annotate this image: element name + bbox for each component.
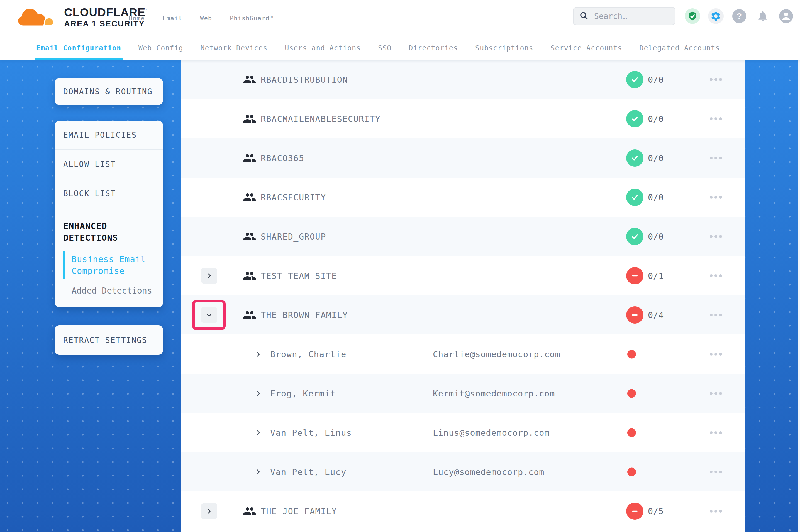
group-icon	[243, 505, 256, 518]
member-expand-chevron[interactable]	[255, 429, 262, 436]
sidebar-card-domains-routing[interactable]: DOMAINS & ROUTING	[55, 78, 163, 105]
group-name: RBACMAILENABLESECURITY	[261, 114, 381, 124]
group-icon	[243, 73, 256, 86]
row-menu-button[interactable]	[710, 196, 722, 199]
block-list-label: BLOCK LIST	[63, 189, 116, 198]
content-area: DOMAINS & ROUTING EMAIL POLICIES ALLOW L…	[0, 60, 800, 532]
group-icon	[243, 191, 256, 204]
member-email: Lucy@somedemocorp.com	[433, 467, 544, 477]
nav-phishguard[interactable]: PhishGuard™	[230, 15, 274, 22]
member-row: Van Pelt, LinusLinus@somedemocorp.com	[181, 413, 745, 452]
group-name: TEST TEAM SITE	[261, 271, 337, 281]
status-blocked-badge	[626, 306, 643, 324]
sidebar-item-added-detections[interactable]: Added Detections	[63, 286, 155, 296]
member-expand-chevron[interactable]	[255, 390, 262, 397]
tab-email-configuration[interactable]: Email Configuration	[36, 36, 121, 60]
group-icon	[243, 230, 256, 243]
help-icon[interactable]: ?	[731, 8, 747, 24]
row-menu-button[interactable]	[710, 392, 722, 395]
member-name: Brown, Charlie	[270, 349, 346, 359]
sidebar-item-allow-list[interactable]: ALLOW LIST	[55, 150, 163, 179]
member-count: 0/0	[648, 114, 664, 124]
search-box[interactable]	[573, 7, 675, 25]
group-icon	[243, 112, 256, 126]
row-menu-button[interactable]	[710, 471, 722, 473]
member-row: Van Pelt, LucyLucy@somedemocorp.com	[181, 452, 745, 491]
member-count: 0/0	[648, 231, 664, 241]
row-menu-button[interactable]	[710, 235, 722, 238]
row-menu-button[interactable]	[710, 274, 722, 277]
group-name: SHARED_GROUP	[261, 231, 326, 241]
member-email: Charlie@somedemocorp.com	[433, 349, 560, 359]
search-icon	[579, 11, 588, 21]
member-count: 0/5	[648, 506, 664, 516]
member-name: Van Pelt, Linus	[270, 428, 352, 437]
tab-network-devices[interactable]: Network Devices	[201, 36, 268, 60]
tab-delegated-accounts[interactable]: Delegated Accounts	[639, 36, 720, 60]
row-menu-button[interactable]	[710, 431, 722, 434]
row-menu-button[interactable]	[710, 157, 722, 159]
groups-panel: RBACDISTRUBUTION0/0RBACMAILENABLESECURIT…	[181, 60, 745, 532]
status-alert-dot	[627, 468, 636, 476]
group-row: RBACMAILENABLESECURITY0/0	[181, 99, 745, 138]
sidebar-item-email-policies[interactable]: EMAIL POLICIES	[55, 121, 163, 150]
status-alert-dot	[627, 350, 636, 358]
settings-gear-icon[interactable]	[708, 8, 724, 24]
row-menu-button[interactable]	[710, 314, 722, 316]
status-ok-badge	[626, 71, 643, 88]
group-row: RBACDISTRUBUTION0/0	[181, 60, 745, 99]
tab-users-and-actions[interactable]: Users and Actions	[285, 36, 361, 60]
member-expand-chevron[interactable]	[255, 468, 262, 476]
nav-home[interactable]: Home	[129, 15, 145, 22]
collapse-chevron-button[interactable]	[201, 307, 217, 323]
member-count: 0/4	[648, 310, 664, 320]
sidebar-item-business-email-compromise[interactable]: Business Email Compromise	[63, 252, 155, 278]
primary-nav: Home Email Web PhishGuard™	[129, 0, 274, 36]
search-input[interactable]	[594, 12, 669, 21]
scrollbar-track[interactable]	[798, 60, 800, 532]
group-row: THE JOE FAMILY0/5	[181, 491, 745, 531]
tab-service-accounts[interactable]: Service Accounts	[551, 36, 622, 60]
cloudflare-brand[interactable]: CLOUDFLARE' AREA 1 SECURITY	[16, 3, 147, 32]
expand-chevron-button[interactable]	[201, 268, 217, 284]
group-name: THE JOE FAMILY	[261, 506, 337, 516]
group-icon	[243, 151, 256, 165]
member-count: 0/0	[648, 153, 664, 163]
email-policies-label: EMAIL POLICIES	[63, 131, 137, 140]
group-row: THE BROWN FAMILY0/4	[181, 295, 745, 335]
member-name: Frog, Kermit	[270, 388, 336, 398]
member-expand-chevron[interactable]	[255, 350, 262, 358]
row-menu-button[interactable]	[710, 78, 722, 81]
tab-sso[interactable]: SSO	[378, 36, 392, 60]
status-alert-dot	[627, 428, 636, 437]
group-name: THE BROWN FAMILY	[261, 310, 348, 320]
row-menu-button[interactable]	[710, 353, 722, 356]
notifications-bell-icon[interactable]	[755, 8, 770, 24]
tab-web-config[interactable]: Web Config	[139, 36, 183, 60]
group-name: RBACO365	[261, 153, 305, 163]
member-email: Linus@somedemocorp.com	[433, 428, 550, 437]
status-blocked-badge	[626, 267, 643, 284]
domains-routing-label: DOMAINS & ROUTING	[63, 87, 153, 96]
sidebar-item-block-list[interactable]: BLOCK LIST	[55, 179, 163, 208]
user-account-icon[interactable]	[778, 8, 794, 24]
status-ok-badge	[626, 149, 643, 167]
nav-web[interactable]: Web	[200, 15, 212, 22]
member-email: Kermit@somedemocorp.com	[433, 388, 555, 398]
expand-chevron-button[interactable]	[201, 503, 217, 519]
top-header: CLOUDFLARE' AREA 1 SECURITY Home Email W…	[0, 0, 800, 36]
group-row: SHARED_GROUP0/0	[181, 217, 745, 256]
group-icon	[243, 269, 256, 282]
status-ok-badge	[626, 110, 643, 128]
member-name: Van Pelt, Lucy	[270, 467, 346, 477]
row-menu-button[interactable]	[710, 510, 722, 513]
member-count: 0/0	[648, 192, 664, 202]
tab-directories[interactable]: Directories	[408, 36, 458, 60]
nav-email[interactable]: Email	[162, 15, 182, 22]
cloudflare-logo-icon	[16, 3, 60, 32]
tab-subscriptions[interactable]: Subscriptions	[475, 36, 533, 60]
protection-shield-icon[interactable]	[685, 8, 700, 24]
group-row: RBACO3650/0	[181, 138, 745, 177]
row-menu-button[interactable]	[710, 117, 722, 120]
sidebar-card-retract-settings[interactable]: RETRACT SETTINGS	[55, 325, 163, 355]
